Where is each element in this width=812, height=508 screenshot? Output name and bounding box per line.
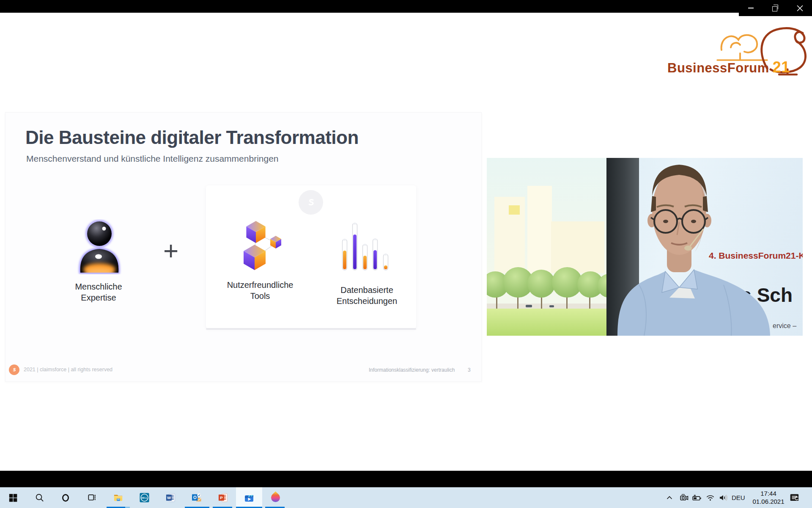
plus-sign: + — [156, 235, 186, 265]
close-button[interactable] — [787, 0, 812, 16]
word-button[interactable]: W — [157, 487, 184, 508]
action-center-button[interactable] — [789, 487, 800, 508]
search-button[interactable] — [26, 487, 52, 508]
window-controls — [739, 0, 812, 16]
powerpoint-button[interactable]: P — [210, 487, 236, 508]
movies-and-tv-button[interactable] — [236, 487, 262, 508]
claimsforce-watermark-icon — [299, 190, 323, 215]
logo-wordmark: BusinessForum21 — [667, 58, 790, 76]
bar-tubes-icon — [340, 220, 390, 273]
svg-text:P: P — [220, 495, 223, 500]
file-explorer-button[interactable] — [105, 487, 131, 508]
item-label-datenbasierte-entscheidungen: DatenbasierteEntscheidungen — [326, 284, 408, 307]
minimize-icon — [748, 8, 754, 8]
movies-running-indicator — [236, 507, 262, 508]
cubes-network-icon — [237, 217, 285, 276]
start-button[interactable] — [0, 487, 26, 508]
file-explorer-icon — [113, 492, 123, 503]
tray-battery-button[interactable] — [692, 487, 702, 508]
restore-icon — [772, 6, 777, 11]
windows-logo-icon — [8, 493, 18, 502]
tray-time: 17:44 — [760, 490, 776, 498]
slide-footer-copyright: 2021 | claimsforce | all rights reserved — [24, 367, 112, 373]
item-label-menschliche-expertise: MenschlicheExpertise — [58, 281, 139, 304]
minimize-button[interactable] — [739, 0, 763, 16]
tray-camera-button[interactable] — [679, 487, 689, 508]
color-droplet-icon — [269, 491, 282, 504]
claimsforce-logo-icon — [9, 364, 19, 375]
task-view-icon — [87, 493, 97, 502]
slide-subtitle: Menschenverstand und künstliche Intellig… — [26, 154, 279, 164]
explorer-second-window-indicator — [125, 507, 130, 508]
outlook-button[interactable]: O — [184, 487, 210, 508]
dell-icon: DELL — [139, 492, 150, 503]
tray-wifi-button[interactable] — [705, 487, 715, 508]
outlook-running-indicator — [185, 507, 209, 508]
logo-text-number: 21 — [773, 58, 790, 76]
search-icon — [35, 493, 44, 502]
chevron-up-icon — [665, 493, 674, 502]
svg-text:DELL: DELL — [141, 497, 147, 499]
powerpoint-icon: P — [218, 492, 228, 503]
close-icon — [797, 5, 803, 11]
movies-and-tv-icon — [244, 492, 255, 503]
tray-chevron-button[interactable] — [665, 487, 674, 508]
tray-date: 01.06.2021 — [752, 498, 784, 506]
droplet-running-indicator — [265, 507, 285, 508]
volume-icon — [718, 493, 728, 503]
task-view-button[interactable] — [79, 487, 105, 508]
word-icon: W — [165, 492, 176, 503]
cortana-button[interactable] — [52, 487, 79, 508]
battery-charging-icon — [692, 493, 702, 502]
dell-button[interactable]: DELL — [131, 487, 157, 508]
tray-volume-button[interactable] — [718, 487, 728, 508]
tray-clock-button[interactable]: 17:44 01.06.2021 — [750, 487, 787, 508]
businessforum21-logo: BusinessForum21 — [667, 22, 809, 76]
powerpoint-running-indicator — [213, 507, 232, 508]
action-center-icon — [789, 492, 800, 503]
cortana-icon — [61, 493, 70, 502]
language-label: DEU — [732, 494, 745, 501]
slide-footer-classification: Informationsklassifizierung: vertraulich — [369, 367, 455, 373]
presenter — [487, 158, 803, 336]
outlook-icon: O — [191, 492, 202, 503]
camera-icon — [679, 493, 689, 502]
item-label-nutzerfreundliche-tools: NutzerfreundlicheTools — [220, 279, 300, 302]
svg-text:O: O — [193, 495, 197, 500]
webcam-feed: 4. BusinessForum21-Kon tives Sch ervice … — [487, 158, 803, 336]
desktop: BusinessForum21 Die Bausteine digitaler … — [0, 0, 812, 508]
tray-language-button[interactable]: DEU — [732, 487, 745, 508]
svg-text:W: W — [167, 495, 171, 500]
slide-page-number: 3 — [468, 367, 471, 373]
slide-title: Die Bausteine digitaler Transformation — [25, 127, 359, 148]
logo-text-main: BusinessForum — [667, 61, 769, 75]
explorer-running-indicator — [107, 507, 125, 508]
taskbar: DELL W O — [0, 487, 812, 508]
restore-button[interactable] — [763, 0, 788, 16]
person-3d-icon — [75, 219, 122, 276]
color-droplet-app-button[interactable] — [262, 487, 288, 508]
wifi-icon — [705, 493, 715, 502]
